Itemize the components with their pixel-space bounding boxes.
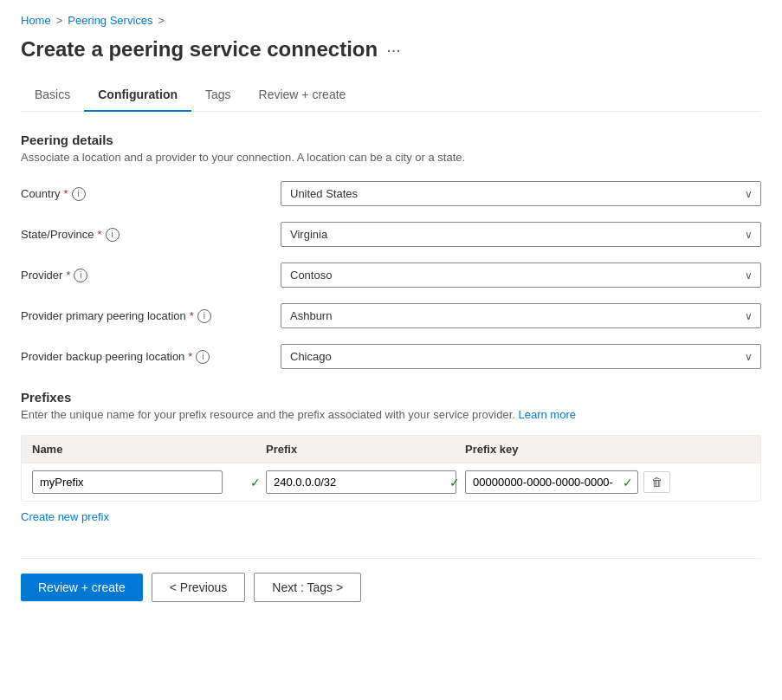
country-label: Country * i bbox=[21, 187, 281, 201]
prefix-prefix-check-icon: ✓ bbox=[449, 476, 460, 489]
tabs-container: Basics Configuration Tags Review + creat… bbox=[21, 79, 761, 112]
prefix-key-input-wrapper: ✓ bbox=[465, 470, 638, 494]
prefix-col-header-prefix: Prefix bbox=[266, 443, 465, 456]
table-row: ✓ ✓ ✓ 🗑 bbox=[22, 463, 760, 501]
prefix-name-cell: ✓ bbox=[32, 470, 266, 494]
page-title-container: Create a peering service connection ··· bbox=[21, 37, 761, 62]
prefix-key-cell: ✓ 🗑 bbox=[465, 470, 750, 494]
peering-details-desc: Associate a location and a provider to y… bbox=[21, 151, 761, 164]
state-info-icon[interactable]: i bbox=[106, 228, 120, 242]
backup-location-select-wrapper: Chicago bbox=[281, 344, 761, 369]
footer: Review + create < Previous Next : Tags > bbox=[21, 558, 761, 602]
create-new-prefix-link[interactable]: Create new prefix bbox=[21, 510, 109, 523]
tab-review-create[interactable]: Review + create bbox=[245, 79, 360, 112]
primary-location-input-wrapper: Ashburn bbox=[281, 303, 761, 328]
prefix-name-check-icon: ✓ bbox=[250, 476, 261, 489]
tab-configuration[interactable]: Configuration bbox=[84, 79, 191, 112]
more-options-icon[interactable]: ··· bbox=[386, 40, 401, 60]
prefix-name-input-wrapper: ✓ bbox=[32, 470, 266, 494]
country-required: * bbox=[64, 187, 68, 200]
state-select[interactable]: Virginia bbox=[281, 222, 761, 247]
backup-location-label: Provider backup peering location * i bbox=[21, 350, 281, 364]
breadcrumb-peering-services[interactable]: Peering Services bbox=[68, 14, 152, 27]
peering-details-title: Peering details bbox=[21, 133, 761, 147]
breadcrumb-sep2: > bbox=[158, 14, 165, 27]
backup-location-select[interactable]: Chicago bbox=[281, 344, 761, 369]
review-create-button[interactable]: Review + create bbox=[21, 574, 143, 601]
prefixes-section: Prefixes Enter the unique name for your … bbox=[21, 390, 761, 523]
prefix-prefix-cell: ✓ bbox=[266, 470, 465, 494]
country-select[interactable]: United States bbox=[281, 181, 761, 206]
breadcrumb-home[interactable]: Home bbox=[21, 14, 51, 27]
provider-label: Provider * i bbox=[21, 269, 281, 282]
prefixes-desc: Enter the unique name for your prefix re… bbox=[21, 408, 761, 421]
state-required: * bbox=[98, 228, 102, 241]
previous-button[interactable]: < Previous bbox=[152, 573, 246, 602]
primary-location-select-wrapper: Ashburn bbox=[281, 303, 761, 328]
backup-location-info-icon[interactable]: i bbox=[196, 350, 210, 364]
state-input-wrapper: Virginia bbox=[281, 222, 761, 247]
learn-more-link[interactable]: Learn more bbox=[518, 408, 575, 421]
provider-info-icon[interactable]: i bbox=[74, 269, 87, 282]
prefixes-title: Prefixes bbox=[21, 390, 761, 405]
primary-location-field-row: Provider primary peering location * i As… bbox=[21, 303, 761, 328]
provider-required: * bbox=[66, 269, 70, 282]
provider-select[interactable]: Contoso bbox=[281, 262, 761, 288]
page-title: Create a peering service connection bbox=[21, 37, 378, 62]
provider-field-row: Provider * i Contoso bbox=[21, 262, 761, 288]
breadcrumb-sep1: > bbox=[56, 14, 63, 27]
breadcrumb: Home > Peering Services > bbox=[21, 14, 761, 27]
prefix-prefix-input[interactable] bbox=[266, 470, 456, 494]
tab-tags[interactable]: Tags bbox=[191, 79, 245, 112]
country-field-row: Country * i United States bbox=[21, 181, 761, 206]
prefix-col-header-key: Prefix key bbox=[465, 443, 750, 456]
delete-prefix-button[interactable]: 🗑 bbox=[643, 471, 670, 493]
primary-location-info-icon[interactable]: i bbox=[197, 309, 211, 323]
prefix-prefix-input-wrapper: ✓ bbox=[266, 470, 465, 494]
backup-location-required: * bbox=[188, 350, 192, 363]
tab-basics[interactable]: Basics bbox=[21, 79, 84, 112]
backup-location-input-wrapper: Chicago bbox=[281, 344, 761, 369]
country-info-icon[interactable]: i bbox=[72, 187, 86, 201]
prefix-table-header: Name Prefix Prefix key bbox=[22, 436, 760, 463]
state-select-wrapper: Virginia bbox=[281, 222, 761, 247]
prefix-name-input[interactable] bbox=[32, 470, 223, 494]
state-field-row: State/Province * i Virginia bbox=[21, 222, 761, 247]
delete-icon: 🗑 bbox=[651, 476, 662, 489]
country-input-wrapper: United States bbox=[281, 181, 761, 206]
primary-location-required: * bbox=[190, 309, 194, 322]
prefix-key-check-icon: ✓ bbox=[623, 476, 633, 489]
state-label: State/Province * i bbox=[21, 228, 281, 242]
primary-location-select[interactable]: Ashburn bbox=[281, 303, 761, 328]
country-select-wrapper: United States bbox=[281, 181, 761, 206]
backup-location-field-row: Provider backup peering location * i Chi… bbox=[21, 344, 761, 369]
provider-select-wrapper: Contoso bbox=[281, 262, 761, 288]
page-container: Home > Peering Services > Create a peeri… bbox=[0, 0, 782, 700]
primary-location-label: Provider primary peering location * i bbox=[21, 309, 281, 323]
provider-input-wrapper: Contoso bbox=[281, 262, 761, 288]
prefix-key-input[interactable] bbox=[465, 470, 638, 494]
prefix-col-header-name: Name bbox=[32, 443, 266, 456]
next-tags-button[interactable]: Next : Tags > bbox=[254, 573, 361, 602]
prefix-table: Name Prefix Prefix key ✓ ✓ bbox=[21, 435, 761, 502]
peering-details-section: Peering details Associate a location and… bbox=[21, 133, 761, 369]
